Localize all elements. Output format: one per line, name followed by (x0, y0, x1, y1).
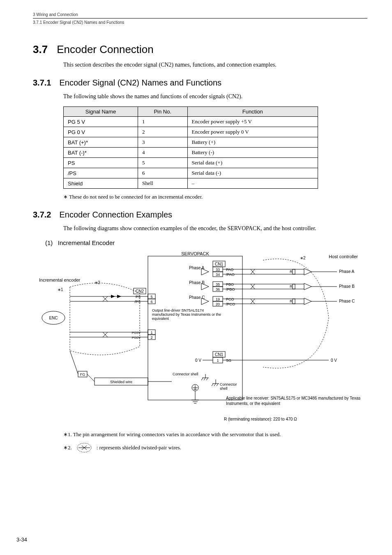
receiver-c-icon (304, 298, 311, 305)
cell-pin: 1 (138, 117, 187, 127)
label-pao: PAO (226, 268, 233, 272)
pin-20: 20 (216, 302, 220, 306)
table-footnote: ∗ These do not need to be connected for … (63, 194, 367, 200)
label-enc: ENC (49, 316, 58, 320)
earth-ground-icon (191, 400, 199, 403)
cell-pin: 4 (138, 148, 187, 158)
section-3-7-2-title: Encoder Connection Examples (59, 210, 172, 220)
label-host-controller: Host controller (329, 254, 358, 259)
servopack-box (148, 256, 242, 400)
cable-shield-dashed-icon (70, 283, 140, 355)
label-servopack: SERVOPACK (181, 252, 209, 256)
footnote-1: ∗1. The pin arrangement for wiring conne… (63, 431, 367, 438)
section-3-7-heading: 3.7 Encoder Connection (33, 43, 367, 56)
section-3-7-title: Encoder Connection (57, 43, 154, 56)
pin-34: 34 (216, 273, 220, 277)
svg-line-14 (212, 384, 213, 386)
table-row: BAT (-)* 4 Battery (-) (64, 148, 318, 158)
pin-5: 5 (150, 295, 152, 299)
table-row: BAT (+)* 3 Battery (+) (64, 137, 318, 148)
cell-name: Shield (64, 178, 138, 189)
svg-line-15 (214, 384, 216, 386)
cell-name: BAT (+)* (64, 137, 138, 148)
label-phase-a-out: Phase A (339, 269, 355, 274)
pin-sg-1: 1 (217, 358, 219, 363)
terminating-resistance-note: R (terminating resistance): 220 to 470 Ω (224, 417, 297, 421)
arrow-ps-left-icon (111, 295, 115, 298)
pin-2: 2 (150, 335, 152, 340)
sub-label: (1) (45, 239, 53, 246)
sub-title: Incremental Encoder (58, 239, 115, 246)
twist-a-icon (251, 269, 255, 274)
table-row: Shield Shell – (64, 178, 318, 189)
label-phase-b-out: Phase B (339, 284, 355, 289)
cell-func: Battery (+) (187, 137, 318, 148)
cell-func: Serial data (-) (187, 168, 318, 178)
header-chapter-line: 3 Wiring and Connection (33, 12, 367, 17)
section-3-7-1-intro: The following table shows the names and … (63, 93, 367, 100)
pin-6: 6 (150, 300, 152, 304)
cell-func: Battery (-) (187, 148, 318, 158)
footnote-2: ∗2. : represents shielded twisted-pair w… (63, 442, 367, 453)
footnote-2-prefix: ∗2. (63, 444, 72, 451)
label-cn1-bot: CN1 (215, 352, 223, 357)
pin-1: 1 (150, 331, 152, 335)
label-phase-b-in: Phase B (189, 280, 205, 285)
line-receiver-note-wrap: Applicable line receiver: SN75ALS175 or … (226, 396, 362, 416)
receiver-b-icon (304, 283, 311, 290)
table-row: PS 5 Serial data (+) (64, 158, 318, 168)
resistor-b-icon (293, 284, 295, 289)
receiver-a-icon (304, 268, 311, 275)
twist-c-icon (251, 299, 255, 304)
protective-earth-icon (192, 384, 198, 391)
label-incremental-encoder: Incremental encoder (39, 278, 81, 282)
cell-pin: 5 (138, 158, 187, 168)
arrow-ps-right-icon (117, 295, 121, 298)
th-pin-no: Pin No. (138, 107, 187, 117)
label-npbo: /PBO (226, 287, 235, 291)
label-npco: /PCO (226, 302, 235, 306)
subheading-incremental-encoder: (1) Incremental Encoder (45, 239, 367, 246)
label-connector-shell-1: Connector shell (173, 372, 198, 376)
chassis-ground-1-icon (201, 374, 209, 380)
cell-func: Encoder power supply 0 V (187, 127, 318, 137)
label-r-a: R (290, 270, 293, 274)
label-fg: FG (80, 372, 85, 377)
wiring-diagram: SERVOPACK ∗2 Host controller CN1 Phase A… (33, 252, 370, 429)
cell-name: BAT (-)* (64, 148, 138, 158)
label-star1: ∗1 (58, 287, 63, 292)
label-connector-shell-2a: Connector (220, 382, 237, 386)
label-sg: SG (226, 358, 231, 363)
line-receiver-note: Applicable line receiver: SN75ALS175 or … (226, 396, 362, 406)
cell-func: Serial data (+) (187, 158, 318, 168)
cell-name: PG 5 V (64, 117, 138, 127)
label-star2-top: ∗2 (300, 256, 306, 260)
footnotes-block: ∗1. The pin arrangement for wiring conne… (63, 431, 367, 453)
label-phase-c-out: Phase C (339, 299, 355, 303)
label-cn2: CN2 (136, 289, 144, 294)
pin-35: 35 (216, 282, 220, 287)
cell-name: /PS (64, 168, 138, 178)
chassis-ground-2-icon (212, 379, 219, 386)
th-function: Function (187, 107, 318, 117)
label-phase-a-in: Phase A (189, 266, 205, 270)
label-ps: PS (136, 295, 141, 299)
wire-fg-enc (70, 351, 78, 374)
output-driver-note-wrap: Output line-driver SN75ALS174 manufactur… (152, 309, 226, 327)
header-rule (33, 18, 367, 18)
section-3-7-2-intro: The following diagrams show connection e… (63, 225, 367, 232)
label-star2-left: ∗2 (95, 280, 100, 285)
label-nps: /PS (134, 300, 141, 304)
label-cn1-top: CN1 (215, 262, 223, 266)
label-0v-right: 0 V (331, 358, 337, 363)
header-section-line: 3.7.1 Encoder Signal (CN2) Names and Fun… (33, 20, 367, 25)
table-row: PG 0 V 2 Encoder power supply 0 V (64, 127, 318, 137)
twist-b-icon (251, 284, 255, 289)
cell-pin: 3 (138, 137, 187, 148)
svg-line-4 (206, 378, 208, 380)
encoder-signal-table: Signal Name Pin No. Function PG 5 V 1 En… (63, 106, 318, 189)
svg-line-16 (217, 384, 218, 386)
pin-19: 19 (216, 297, 220, 301)
cell-func: – (187, 178, 318, 189)
twist-ps-icon (103, 296, 108, 301)
